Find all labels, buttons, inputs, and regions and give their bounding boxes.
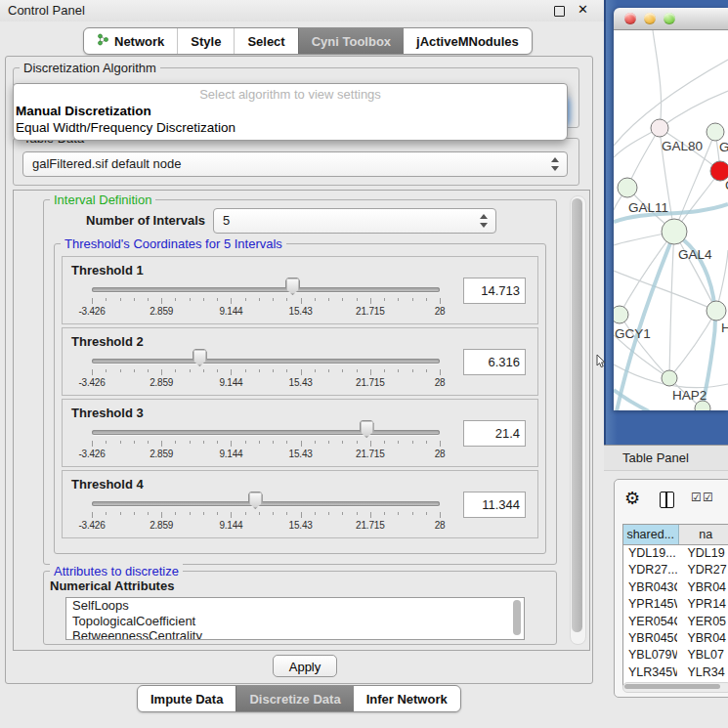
slider-thumb[interactable] [248, 492, 263, 509]
thresholds-group-title: Threshold's Coordinates for 5 Intervals [61, 236, 286, 251]
network-node-gcy1[interactable] [614, 306, 628, 323]
settings-scrollbar-thumb[interactable] [572, 198, 582, 632]
slider-track[interactable] [92, 430, 440, 435]
cell-shared-name: YBR043C [623, 579, 677, 596]
dropdown-item-manual-discretization[interactable]: Manual Discretization [14, 103, 567, 119]
close-icon[interactable]: ✕ [578, 2, 588, 17]
attribute-item-topologicalcoefficient[interactable]: TopologicalCoefficient [66, 614, 524, 629]
network-graph[interactable]: GAL80GACGAL11GAL4GCY1HHAP2 [614, 30, 728, 410]
cell-shared-name: YPR145W [623, 596, 677, 613]
network-edge[interactable] [653, 30, 662, 128]
network-node-gal11[interactable] [618, 178, 637, 197]
tab-infer-network[interactable]: Infer Network [354, 686, 460, 711]
tab-discretize-data[interactable]: Discretize Data [236, 686, 353, 711]
apply-button[interactable]: Apply [273, 655, 337, 677]
tick-mark [328, 441, 329, 444]
table-row[interactable]: YBR045CYBR04 [623, 630, 728, 647]
node-label: GAL80 [662, 139, 703, 153]
num-intervals-combobox[interactable]: 5 [213, 208, 496, 234]
network-edge[interactable] [614, 335, 669, 378]
table-data-combobox[interactable]: galFiltered.sif default node [22, 151, 568, 177]
tab-style[interactable]: Style [177, 28, 234, 54]
network-node-h[interactable] [707, 301, 726, 321]
network-edge[interactable] [614, 271, 716, 311]
network-node-ga[interactable] [707, 123, 724, 141]
tick-mark [301, 441, 302, 447]
checkbox-icon[interactable]: ☑ [703, 492, 713, 503]
slider-track[interactable] [92, 501, 440, 506]
float-window-icon[interactable] [554, 6, 565, 17]
tick-mark [231, 512, 232, 518]
table-hscrollbar-thumb[interactable] [624, 684, 720, 689]
tick-mark [412, 441, 413, 444]
table-hscrollbar[interactable] [622, 682, 728, 693]
threshold-value-field[interactable]: 6.316 [463, 349, 526, 375]
network-edge[interactable] [660, 91, 728, 128]
settings-scrollbar[interactable] [570, 195, 586, 645]
threshold-value-field[interactable]: 14.713 [463, 278, 526, 304]
table-row[interactable]: YER054CYER05 [623, 614, 728, 630]
columns-icon[interactable] [660, 492, 674, 508]
table-row[interactable]: YDL19...YDL19 [623, 545, 728, 562]
threshold-value-field[interactable]: 21.4 [463, 420, 526, 447]
tab-jactivemnodules[interactable]: jActiveMNodules [404, 28, 532, 54]
slider-track[interactable] [92, 359, 440, 364]
window-zoom-button[interactable] [664, 13, 675, 24]
listbox-scrollbar-thumb[interactable] [513, 600, 521, 635]
tick-mark [384, 441, 385, 444]
network-edge[interactable] [669, 232, 674, 378]
tick-mark [398, 298, 399, 301]
network-edge[interactable] [674, 232, 716, 311]
network-node-hap2[interactable] [662, 370, 677, 386]
tick-mark [217, 298, 218, 301]
attribute-item-selfloops[interactable]: SelfLoops [66, 598, 524, 614]
network-node-gal80[interactable] [651, 119, 668, 137]
checkbox-icon[interactable]: ☑ [691, 492, 702, 503]
attributes-listbox[interactable]: SelfLoopsTopologicalCoefficientBetweenne… [65, 597, 525, 640]
slider-thumb[interactable] [360, 420, 374, 438]
network-icon [97, 33, 109, 49]
num-intervals-label: Number of Intervals [86, 213, 205, 228]
table-row[interactable]: YLR345WYLR34 [623, 664, 728, 681]
table-row[interactable]: YDR27...YDR27 [623, 562, 728, 578]
discretization-algorithm-title: Discretization Algorithm [20, 61, 160, 75]
tick-mark [286, 298, 287, 301]
tick-mark [120, 369, 121, 372]
node-table: shared... na YDL19...YDL19YDR27...YDR27Y… [622, 524, 728, 688]
node-label: H [721, 321, 728, 335]
cell-name: YBR04 [677, 630, 728, 647]
table-row[interactable]: YBL079WYBL07 [623, 647, 728, 664]
tab-impute-data[interactable]: Impute Data [138, 686, 236, 711]
network-node-gal4[interactable] [662, 219, 687, 244]
tick-label: 9.144 [219, 449, 242, 459]
column-header-name[interactable]: na [679, 525, 728, 544]
attribute-item-betweennesscentrality[interactable]: BetweennessCentrality [66, 628, 524, 640]
network-canvas[interactable]: GAL80GACGAL11GAL4GCY1HHAP2 [614, 30, 728, 410]
gear-icon[interactable]: ⚙ [624, 490, 640, 507]
tab-network[interactable]: Network [84, 28, 177, 54]
cell-shared-name: YDL19... [623, 545, 677, 562]
threshold-value-field[interactable]: 11.344 [463, 492, 526, 518]
network-window: GAL80GACGAL11GAL4GCY1HHAP2 [614, 8, 728, 410]
dropdown-item-equal-width-frequency-discretization[interactable]: Equal Width/Frequency Discretization [14, 119, 567, 136]
tick-mark [315, 298, 316, 301]
slider-thumb[interactable] [193, 349, 207, 366]
slider-track[interactable] [92, 287, 440, 292]
tick-mark [440, 298, 441, 304]
combo-arrows-icon [480, 214, 489, 228]
tab-cyni-toolbox[interactable]: Cyni Toolbox [298, 28, 404, 54]
tab-select[interactable]: Select [234, 28, 297, 54]
window-close-button[interactable] [624, 13, 636, 24]
tick-mark [120, 512, 121, 515]
network-window-titlebar [614, 8, 728, 30]
tick-mark [426, 441, 427, 444]
table-row[interactable]: YPR145WYPR14 [623, 596, 728, 613]
table-row[interactable]: YBR043CYBR04 [623, 579, 728, 596]
mouse-cursor [596, 355, 606, 368]
slider-thumb[interactable] [285, 278, 300, 295]
cell-name: YDR27 [677, 562, 728, 578]
column-header-shared-name[interactable]: shared... [623, 525, 679, 544]
tick-mark [203, 512, 204, 515]
tick-mark [148, 441, 149, 444]
window-minimize-button[interactable] [644, 13, 656, 24]
